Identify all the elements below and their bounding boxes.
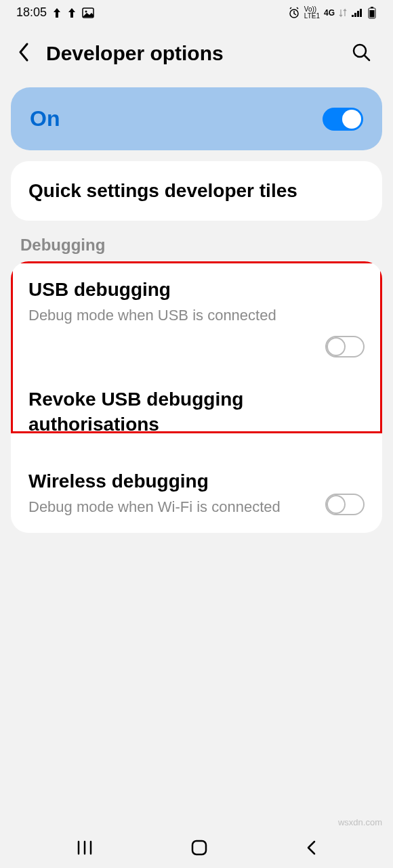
usb-debugging-toggle[interactable] — [325, 336, 365, 357]
wireless-debugging-title: Wireless debugging — [28, 469, 312, 494]
page-title: Developer options — [46, 42, 335, 65]
watermark: wsxdn.com — [338, 817, 382, 827]
battery-icon — [367, 7, 377, 19]
data-arrows-icon — [339, 8, 347, 18]
status-time: 18:05 — [16, 5, 47, 20]
status-right: Vo))LTE1 4G — [288, 6, 377, 20]
svg-rect-3 — [352, 15, 354, 17]
header: Developer options — [0, 22, 393, 81]
revoke-title: Revoke USB debugging authorisations — [28, 387, 365, 437]
upload-icon — [52, 7, 62, 18]
svg-rect-9 — [370, 10, 375, 18]
search-button[interactable] — [348, 39, 374, 68]
main-toggle-switch[interactable] — [323, 108, 363, 131]
svg-rect-14 — [192, 841, 206, 854]
home-button[interactable] — [190, 839, 208, 859]
navigation-bar — [0, 830, 393, 868]
quick-settings-title: Quick settings developer tiles — [28, 179, 365, 203]
volte-label: Vo))LTE1 — [304, 6, 320, 20]
wireless-debugging-desc: Debug mode when Wi-Fi is connected — [28, 497, 312, 517]
back-nav-button[interactable] — [305, 839, 317, 859]
wireless-debugging-toggle[interactable] — [325, 494, 365, 515]
wireless-debugging-item[interactable]: Wireless debugging Debug mode when Wi-Fi… — [11, 456, 382, 533]
upload-icon — [67, 7, 77, 18]
quick-settings-tiles-card[interactable]: Quick settings developer tiles — [11, 161, 382, 221]
status-left: 18:05 — [16, 5, 94, 20]
debugging-settings-group: USB debugging Debug mode when USB is con… — [11, 261, 382, 533]
usb-debugging-title: USB debugging — [28, 278, 365, 302]
revoke-authorisations-item[interactable]: Revoke USB debugging authorisations — [11, 374, 382, 456]
main-toggle-label: On — [30, 106, 60, 131]
network-label: 4G — [324, 8, 335, 18]
svg-point-1 — [85, 10, 87, 12]
usb-debugging-desc: Debug mode when USB is connected — [28, 305, 365, 326]
debugging-section-header: Debugging — [0, 221, 393, 261]
back-button[interactable] — [14, 39, 33, 68]
main-toggle-card[interactable]: On — [11, 87, 382, 150]
recents-button[interactable] — [76, 840, 94, 858]
status-bar: 18:05 Vo))LTE1 4G — [0, 0, 393, 22]
usb-debugging-item[interactable]: USB debugging Debug mode when USB is con… — [11, 261, 382, 374]
signal-icon — [351, 8, 363, 18]
svg-rect-4 — [354, 13, 356, 17]
svg-rect-6 — [360, 9, 362, 17]
svg-rect-5 — [357, 11, 359, 17]
image-icon — [82, 7, 94, 18]
alarm-icon — [288, 7, 300, 19]
